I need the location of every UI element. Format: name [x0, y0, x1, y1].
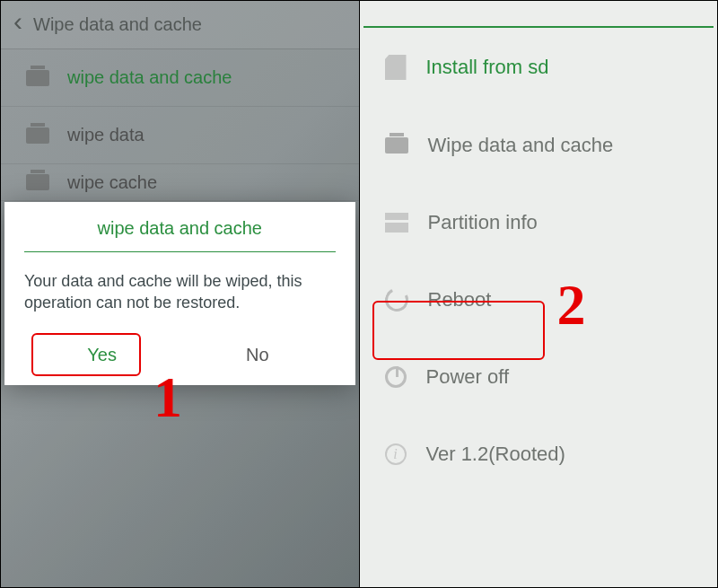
menu-item-label: Partition info [428, 211, 538, 234]
menu-item-wipe[interactable]: Wipe data and cache [360, 107, 718, 184]
reboot-icon [381, 285, 411, 314]
no-button[interactable]: No [180, 336, 335, 373]
sd-icon [385, 55, 407, 80]
menu-item-label: Ver 1.2(Rooted) [426, 443, 565, 466]
menu-item-label: Install from sd [426, 56, 549, 79]
confirm-dialog: wipe data and cache Your data and cache … [4, 202, 355, 385]
yes-button[interactable]: Yes [24, 336, 180, 373]
menu-item-install-sd[interactable]: Install from sd [360, 28, 718, 107]
menu-item-power-off[interactable]: Power off [360, 338, 718, 416]
info-icon: i [385, 443, 407, 465]
dialog-body: Your data and cache will be wiped, this … [24, 252, 336, 336]
menu-item-label: Power off [426, 365, 510, 389]
right-panel: Install from sd Wipe data and cache Part… [360, 1, 718, 587]
menu-item-version: i Ver 1.2(Rooted) [360, 416, 718, 493]
menu-item-label: Reboot [428, 288, 492, 312]
menu-item-label: Wipe data and cache [428, 134, 614, 157]
power-icon [385, 366, 407, 388]
menu-item-partition[interactable]: Partition info [360, 184, 718, 261]
left-panel: Wipe data and cache wipe data and cache … [1, 1, 360, 587]
menu-item-reboot[interactable]: Reboot [360, 261, 718, 338]
partition-icon [385, 213, 408, 233]
dialog-actions: Yes No [24, 336, 336, 373]
top-divider [363, 1, 714, 28]
dialog-title: wipe data and cache [24, 218, 336, 252]
wipe-icon [385, 137, 408, 154]
